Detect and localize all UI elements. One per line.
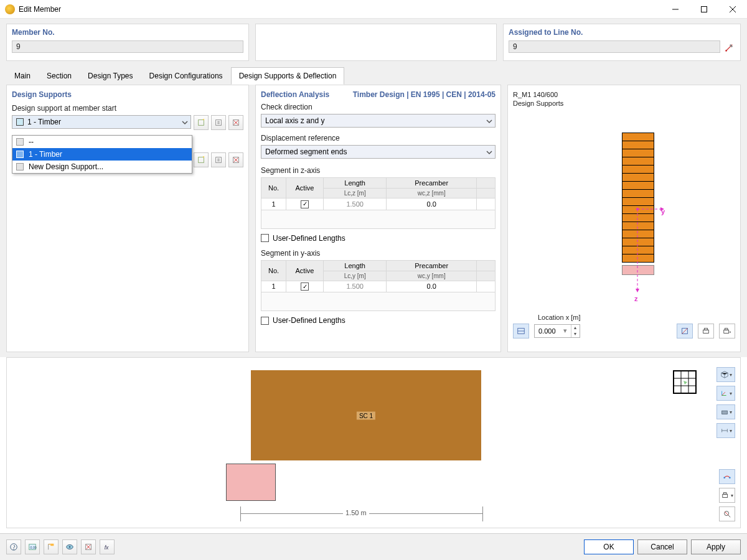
chevron-down-icon — [486, 118, 492, 124]
assigned-line-panel: Assigned to Line No. — [503, 24, 741, 61]
member-3d-preview[interactable]: SC 1 1.50 m ▾ ▾ ▾ ▾ ▾ — [6, 357, 741, 528]
support-end-new-button[interactable] — [194, 152, 209, 167]
header-spacer-panel — [255, 24, 497, 61]
support-edit-button[interactable] — [211, 115, 226, 130]
units-button[interactable]: 0,00 — [25, 539, 40, 554]
user-defined-z-row[interactable]: User-Defined Lengths — [261, 234, 496, 243]
support-new-button[interactable] — [194, 115, 209, 130]
maximize-button[interactable] — [690, 0, 718, 19]
svg-rect-25 — [722, 494, 727, 497]
view-axis-button[interactable]: ▾ — [716, 386, 735, 401]
svg-rect-0 — [702, 6, 707, 12]
tab-design-types[interactable]: Design Types — [80, 67, 141, 85]
copy-member-button[interactable] — [44, 539, 59, 554]
close-button[interactable] — [718, 0, 747, 19]
print-preview-button[interactable] — [698, 324, 714, 338]
preview-footer-controls: Location x [m] 0.000 ▾ ▴▾ — [513, 320, 735, 338]
cell-active[interactable] — [286, 198, 324, 210]
location-spinner[interactable]: 0.000 ▾ ▴▾ — [534, 324, 580, 338]
checkbox-icon[interactable] — [261, 234, 269, 242]
view-tools-bottom: ▾ — [719, 469, 735, 521]
line-picker-button[interactable] — [723, 42, 735, 54]
assigned-line-label: Assigned to Line No. — [509, 28, 735, 37]
support-delete-button[interactable] — [228, 115, 243, 130]
preview-title-line2: Design Supports — [513, 99, 735, 108]
spin-up[interactable]: ▴ — [571, 325, 580, 331]
cell-precamber[interactable]: 0.0 — [387, 198, 477, 210]
col-active: Active — [286, 260, 324, 281]
col-length: Length — [324, 178, 387, 189]
deflection-panel: Deflection Analysis Timber Design | EN 1… — [255, 85, 501, 352]
member-no-input[interactable] — [12, 40, 243, 53]
svg-point-29 — [13, 549, 14, 549]
preview-canvas[interactable]: y z Location x [m] 0.000 ▾ ▴▾ — [513, 114, 735, 338]
view-display-button[interactable]: ▾ — [716, 404, 735, 419]
view-reset-button[interactable] — [719, 469, 735, 484]
show-member-button[interactable] — [62, 539, 77, 554]
orientation-button[interactable] — [677, 324, 693, 338]
table-row[interactable]: 1 1.500 0.0 — [261, 198, 496, 210]
checkbox-icon[interactable] — [301, 282, 309, 291]
cell-precamber[interactable]: 0.0 — [387, 281, 477, 292]
checkbox-icon[interactable] — [261, 317, 269, 325]
minimize-button[interactable] — [661, 0, 690, 19]
print-menu-button[interactable] — [719, 324, 735, 338]
dropdown-item-new[interactable]: New Design Support... — [12, 161, 192, 173]
checkbox-icon[interactable] — [301, 200, 309, 208]
table-row[interactable]: 1 1.500 0.0 — [261, 281, 496, 292]
svg-rect-5 — [199, 157, 204, 163]
cell-active[interactable] — [286, 281, 324, 292]
deflection-subtitle: Timber Design | EN 1995 | CEN | 2014-05 — [353, 90, 496, 99]
view-zoom-reset-button[interactable] — [719, 506, 735, 521]
spin-down[interactable]: ▾ — [571, 331, 580, 337]
cell-length[interactable]: 1.500 — [324, 198, 387, 210]
displacement-ref-combo[interactable]: Deformed segment ends — [261, 145, 496, 159]
support-start-combo[interactable]: 1 - Timber — [12, 115, 191, 129]
dropdown-item-timber[interactable]: 1 - Timber — [12, 148, 192, 161]
preview-title-line1: R_M1 140/600 — [513, 90, 735, 99]
window-controls — [661, 0, 747, 19]
col-no: No. — [261, 260, 286, 281]
col-length-sub: Lc,y [m] — [324, 271, 387, 281]
user-defined-z-label: User-Defined Lengths — [273, 234, 345, 243]
svg-point-34 — [69, 546, 71, 548]
assigned-line-input[interactable] — [509, 40, 720, 53]
chevron-down-icon — [182, 119, 188, 125]
dropdown-item-none[interactable]: -- — [12, 136, 192, 148]
dimension-text: 1.50 m — [343, 509, 369, 516]
col-length: Length — [324, 260, 387, 271]
user-defined-y-row[interactable]: User-Defined Lengths — [261, 316, 496, 325]
view-dimension-button[interactable]: ▾ — [716, 423, 735, 438]
delete-member-button[interactable] — [81, 539, 96, 554]
help-button[interactable] — [6, 539, 21, 554]
support-end-edit-button[interactable] — [211, 152, 226, 167]
apply-button[interactable]: Apply — [691, 539, 741, 554]
navigation-cube[interactable] — [670, 367, 700, 399]
view-print-button[interactable]: ▾ — [719, 488, 735, 503]
segment-z-table: No. Active Length Precamber Lc,z [m] wc,… — [261, 177, 496, 229]
chevron-down-icon — [486, 149, 492, 155]
ok-button[interactable]: OK — [584, 539, 634, 554]
slice-section-button[interactable] — [513, 324, 529, 338]
tab-design-configurations[interactable]: Design Configurations — [141, 67, 231, 85]
axis-z-label: z — [634, 295, 638, 302]
tab-section[interactable]: Section — [39, 67, 80, 85]
preview-panel: R_M1 140/600 Design Supports y z — [507, 85, 741, 352]
cell-length[interactable]: 1.500 — [324, 281, 387, 292]
cancel-button[interactable]: Cancel — [637, 539, 687, 554]
member-body-graphic: SC 1 — [251, 370, 481, 460]
tab-design-supports-deflection[interactable]: Design Supports & Deflection — [231, 67, 345, 85]
function-button[interactable]: fx — [100, 539, 115, 554]
svg-point-24 — [729, 477, 731, 479]
main-content: Design Supports Design support at member… — [0, 85, 747, 357]
member-no-label: Member No. — [12, 28, 243, 37]
support-end-delete-button[interactable] — [228, 152, 243, 167]
check-direction-combo[interactable]: Local axis z and y — [261, 114, 496, 128]
svg-rect-14 — [704, 328, 707, 330]
tab-main[interactable]: Main — [6, 67, 39, 85]
view-iso-button[interactable]: ▾ — [716, 367, 735, 382]
svg-rect-15 — [724, 330, 729, 333]
svg-rect-13 — [703, 330, 709, 333]
segment-y-table: No. Active Length Precamber Lc,y [m] wc,… — [261, 260, 496, 312]
tab-bar: Main Section Design Types Design Configu… — [0, 67, 747, 85]
